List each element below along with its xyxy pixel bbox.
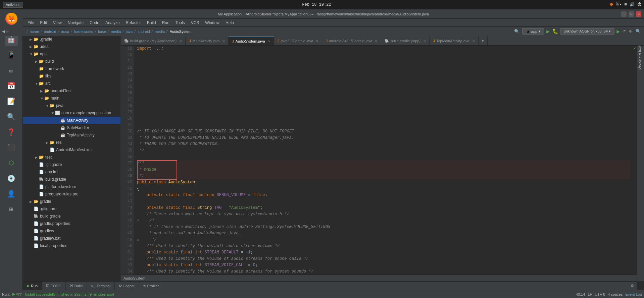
breadcrumb-media2[interactable]: media [155,29,165,34]
sidebar-email-icon[interactable]: ✉ [5,64,18,77]
tab-close-icon[interactable]: ✕ [179,39,182,43]
breadcrumb-base[interactable]: base [98,29,106,34]
settings-button[interactable]: ⚙ [629,29,632,34]
menu-edit[interactable]: Edit [37,20,50,26]
tree-item-mainactivity[interactable]: ▶ ☕ MainActivity [23,117,120,124]
bottom-tab-build[interactable]: ⚒ Build [66,282,87,290]
bottom-tab-todo[interactable]: ☑ TODO [42,282,66,290]
tree-item-gitignore-root[interactable]: ▶ 📄 .gitignore [23,205,120,213]
fold-mark-49[interactable]: ▲ [137,237,139,243]
breadcrumb-aosp[interactable]: aosp [61,29,69,34]
run-button[interactable]: ▶ [546,28,550,35]
sidebar-dvd-icon[interactable]: 💿 [5,172,18,185]
tree-item-gradle-hidden[interactable]: ▶ 📂 .gradle [23,36,120,43]
sidebar-person-icon[interactable]: 👤 [5,187,18,200]
breadcrumb-home[interactable]: home [30,29,39,34]
menu-help[interactable]: Help [223,20,237,26]
minimize-button[interactable]: – [621,11,627,17]
tree-item-build[interactable]: ▶ 📂 build [23,58,120,65]
run-config-dropdown[interactable]: 📱 app ▾ [522,28,544,35]
breadcrumb-android[interactable]: android [44,29,56,34]
tree-item-gradle-properties[interactable]: ▶ 📄 gradle.properties [23,220,120,227]
tree-item-tcpmainactivity[interactable]: ▶ ☕ TcpMainActivity [23,131,120,139]
tree-item-appiml[interactable]: ▶ 📄 app.iml [23,168,120,176]
power-icon[interactable]: ⏻ [637,2,641,7]
tab-build-gradle-app[interactable]: 🐘 build.gradle (My Application) ✕ [121,37,186,45]
menu-refactor[interactable]: Refactor [123,20,144,26]
breadcrumb-audiosystem[interactable]: AudioSystem [170,29,192,34]
sync-button[interactable]: ⟳ [623,29,626,34]
menu-window[interactable]: Window [202,20,222,26]
tab-close-icon[interactable]: ✕ [222,39,225,43]
tree-item-build-gradle-app[interactable]: ▶ 🐘 build.gradle [23,176,120,183]
tree-item-res[interactable]: ▶ 📂 res [23,139,120,146]
menu-analyze[interactable]: Analyze [103,20,122,26]
tree-item-framework[interactable]: ▶ 📁 framework [23,65,120,72]
breadcrumb-frameworks[interactable]: frameworks [74,29,93,34]
bottom-tab-logcat[interactable]: 6: Logcat [115,282,139,290]
menu-view[interactable]: View [50,20,64,26]
tree-item-main[interactable]: ▼ 📂 main [23,95,120,102]
tab-tcpmainactivity[interactable]: J TcpMainActivity.java ✕ [430,37,478,45]
sidebar-search-icon[interactable]: 🔍 [5,110,18,123]
tab-close-icon[interactable]: ✕ [316,39,318,43]
device-selector[interactable]: unknown AOSP on x86_64 ▾ [560,28,614,35]
window-controls[interactable]: – □ ✕ [621,11,641,17]
tree-item-local-properties[interactable]: ▶ 📄 local.properties [23,242,120,249]
sidebar-notes-icon[interactable]: 📝 [5,95,18,108]
sidebar-phone-icon[interactable]: 📱 [5,48,18,62]
sidebar-help-icon[interactable]: ❓ [5,125,18,139]
menu-build[interactable]: Build [144,20,159,26]
tree-item-androidtest[interactable]: ▶ 📂 androidTest [23,87,120,95]
tab-context[interactable]: J java/.../Context.java ✕ [274,37,323,45]
bottom-tab-terminal[interactable]: >_ Terminal [87,282,115,290]
menu-run[interactable]: Run [159,20,172,26]
bottom-tab-run[interactable]: ▶ Run [23,282,42,290]
tree-item-gradlew-bat[interactable]: ▶ 📄 gradlew.bat [23,235,120,242]
tree-item-java[interactable]: ▼ 📂 java [23,102,120,109]
code-editor[interactable]: import ...; /* IF YOU CHANGE ANY OF THE … [134,46,633,281]
menu-vcs[interactable]: VCS [188,20,202,26]
tree-item-src[interactable]: ▼ 📂 src [23,80,120,87]
bottom-tab-profiler[interactable]: ∿ Profiler [139,282,163,290]
fold-mark-46[interactable]: ▼ [137,218,139,224]
tab-audiosystem[interactable]: J AudioSystem.java ✕ [229,37,274,45]
settings-bottom-icon[interactable]: ⚙ [628,284,637,288]
breadcrumb-android2[interactable]: android [138,29,150,34]
tab-build-gradle-colon-app[interactable]: 🐘 build.gradle (:app) ✕ [381,37,430,45]
breadcrumb-media[interactable]: media [111,29,121,34]
tree-item-keystore[interactable]: ▶ 📄 platform.keystore [23,183,120,190]
run-device-button[interactable]: ▶ [616,28,620,35]
tree-item-idea[interactable]: ▶ 📂 .idea [23,43,120,50]
sidebar-android-studio-icon[interactable]: ⬡ [5,156,18,170]
maximize-button[interactable]: □ [629,11,634,17]
sidebar-terminal-icon[interactable]: ⬛ [5,141,18,154]
back-button[interactable]: ◀ [2,28,5,34]
tab-more[interactable]: ▾ [479,37,488,45]
tab-close-icon[interactable]: ✕ [472,39,475,43]
search-button[interactable]: 🔍 [636,29,641,34]
lang-indicator[interactable]: 英▾ [615,2,622,7]
debug-button[interactable]: 🐛 [552,28,558,34]
tree-item-gradle-dir[interactable]: ▶ 📂 gradle [23,198,120,205]
tree-item-gradlew[interactable]: ▶ 📄 gradlew [23,227,120,235]
close-button[interactable]: ✕ [636,11,641,17]
menu-navigate[interactable]: Navigate [65,20,86,26]
event-log-link[interactable]: Event Log [625,292,642,296]
search-everywhere-icon[interactable]: 🔍 [514,29,519,34]
menu-tools[interactable]: Tools [173,20,188,26]
sidebar-calendar-icon[interactable]: 📅 [5,79,18,93]
tree-item-build-gradle-root[interactable]: ▶ 🐘 build.gradle [23,213,120,220]
menu-code[interactable]: Code [87,20,102,26]
tree-item-package[interactable]: ▼ ⬜ com.example.myapplication [23,109,120,117]
tree-item-gitignore-app[interactable]: ▶ 📄 .gitignore [23,161,120,168]
sidebar-grid-icon[interactable]: ⊞ [5,202,18,216]
tab-close-icon[interactable]: ✕ [423,39,426,43]
tree-item-test[interactable]: ▶ 📂 test [23,154,120,161]
breadcrumb-java[interactable]: java [126,29,133,34]
menu-file[interactable]: File [25,20,37,26]
volume-icon[interactable]: 🔊 [630,2,635,7]
tree-item-safehandler[interactable]: ▶ ☕ SafeHandler [23,124,120,131]
tree-item-manifest[interactable]: ▶ 📄 AndroidManifest.xml [23,146,120,154]
editor-area[interactable]: 19 20 21 22 23 24 25 26 27 28 29 30 31 3… [121,46,637,281]
